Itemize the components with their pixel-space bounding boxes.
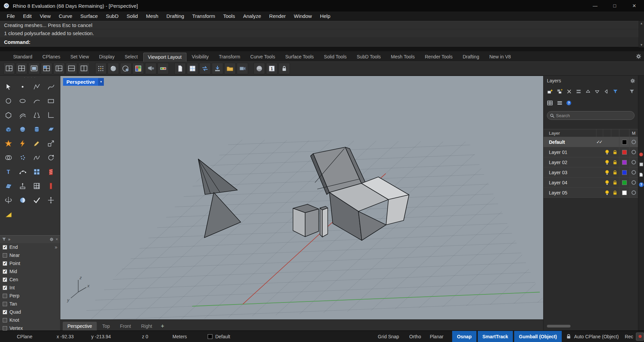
layer-lock-icon[interactable]: [613, 160, 617, 165]
single-viewport-icon[interactable]: [28, 63, 40, 74]
osnap-point-checkbox[interactable]: [3, 261, 7, 266]
filter-icon[interactable]: [2, 237, 6, 241]
tab-visibility[interactable]: Visibility: [187, 52, 213, 61]
polyline-icon[interactable]: [30, 80, 43, 93]
osnap-cen[interactable]: Cen: [0, 275, 60, 284]
layer-lock-icon[interactable]: [613, 150, 617, 155]
menu-analyze[interactable]: Analyze: [239, 11, 265, 21]
layer-visibility-bulb-icon[interactable]: [605, 160, 609, 165]
layer-table-header[interactable]: Layer M: [544, 129, 638, 137]
move-up-icon[interactable]: [585, 89, 591, 94]
arc-icon[interactable]: [30, 95, 43, 107]
chevron-down-icon[interactable]: ▼: [98, 78, 104, 86]
layer-row-01[interactable]: Layer 01: [544, 147, 638, 157]
viewport-tab-top[interactable]: Top: [97, 322, 115, 331]
current-layer-swatch[interactable]: [208, 334, 212, 339]
three-viewports-icon[interactable]: [53, 63, 65, 74]
menu-render[interactable]: Render: [265, 11, 290, 21]
rectangle-icon[interactable]: [44, 95, 58, 107]
osnap-panel-header[interactable]: » ×: [0, 236, 60, 243]
notes-panel-icon[interactable]: [639, 172, 644, 177]
hatch-icon[interactable]: [44, 165, 58, 178]
layer-material-icon[interactable]: [632, 160, 636, 164]
tab-surface-tools[interactable]: Surface Tools: [281, 52, 319, 61]
layer-visibility-bulb-icon[interactable]: [605, 170, 609, 175]
record-icon[interactable]: [636, 333, 644, 341]
material-column-header[interactable]: M: [629, 129, 638, 137]
osnap-toggle[interactable]: Osnap: [452, 331, 476, 342]
viewport-title-dropdown[interactable]: Perspective ▼: [63, 78, 104, 86]
analyze-icon[interactable]: [16, 194, 29, 207]
curve-icon[interactable]: [44, 80, 58, 93]
edit-points-icon[interactable]: [16, 165, 29, 178]
layer-filter-settings-icon[interactable]: [629, 89, 635, 94]
osnap-int-checkbox[interactable]: [3, 286, 7, 290]
lock-view-icon[interactable]: [279, 63, 290, 74]
small-box-object[interactable]: [293, 204, 328, 237]
cplane-button[interactable]: CPlane: [17, 334, 32, 339]
mesh-grid-icon[interactable]: [30, 180, 43, 192]
help-panel-icon[interactable]: ?: [639, 182, 644, 187]
osnap-tan-checkbox[interactable]: [3, 302, 7, 306]
layer-color-swatch[interactable]: [622, 150, 627, 155]
osnap-end[interactable]: End»: [0, 243, 60, 251]
tab-subd-tools[interactable]: SubD Tools: [352, 52, 385, 61]
one-layout-icon[interactable]: 1: [266, 63, 277, 74]
snapshot-grid-icon[interactable]: [95, 63, 107, 74]
layer-color-swatch[interactable]: [622, 170, 627, 175]
menu-edit[interactable]: Edit: [19, 11, 36, 21]
osnap-knot[interactable]: Knot: [0, 316, 60, 324]
sphere-icon[interactable]: [16, 123, 29, 136]
layer-visibility-bulb-icon[interactable]: [605, 150, 609, 155]
display-panel-icon[interactable]: [639, 152, 644, 157]
filter-icon[interactable]: [613, 89, 618, 94]
text-icon[interactable]: T: [2, 165, 15, 178]
tab-standard[interactable]: Standard: [8, 52, 37, 61]
open-folder-icon[interactable]: [224, 63, 236, 74]
osnap-int[interactable]: Int: [0, 284, 60, 292]
layer-row-05[interactable]: Layer 05: [544, 188, 638, 198]
layer-material-icon[interactable]: [632, 170, 636, 175]
tab-select[interactable]: Select: [120, 52, 143, 61]
osnap-tan[interactable]: Tan: [0, 300, 60, 308]
four-viewports-equal-icon[interactable]: [16, 63, 27, 74]
tab-mesh-tools[interactable]: Mesh Tools: [386, 52, 419, 61]
box-icon[interactable]: [2, 123, 15, 136]
layer-color-swatch[interactable]: [622, 160, 627, 165]
boolean-icon[interactable]: [2, 151, 15, 164]
revolve-icon[interactable]: [2, 194, 15, 207]
viewport-tab-front[interactable]: Front: [115, 322, 136, 331]
collapse-icon[interactable]: [604, 89, 609, 94]
layer-group-icon[interactable]: [576, 88, 582, 95]
layer-search-box[interactable]: [547, 111, 635, 120]
layer-material-icon[interactable]: [632, 140, 636, 144]
menu-drafting[interactable]: Drafting: [163, 11, 188, 21]
grid-snap-toggle[interactable]: Grid Snap: [378, 334, 399, 339]
mirror-icon[interactable]: [30, 109, 43, 122]
layer-material-icon[interactable]: [632, 150, 636, 154]
tab-cplanes[interactable]: CPlanes: [38, 52, 65, 61]
page-layout-icon[interactable]: [187, 63, 198, 74]
layer-lock-icon[interactable]: [613, 180, 617, 185]
smarttrack-toggle[interactable]: SmartTrack: [478, 331, 513, 342]
layer-visibility-bulb-icon[interactable]: [605, 190, 609, 195]
camera-view-icon[interactable]: [145, 63, 156, 74]
current-layer-button[interactable]: Default: [215, 334, 230, 339]
layer-lock-icon[interactable]: [613, 190, 617, 195]
gradient-icon[interactable]: [2, 208, 15, 221]
tab-viewport-layout[interactable]: Viewport Layout: [143, 53, 186, 61]
osnap-quad-checkbox[interactable]: [3, 310, 7, 314]
xray-view-icon[interactable]: [120, 63, 131, 74]
osnap-end-checkbox[interactable]: [3, 245, 7, 249]
menu-file[interactable]: File: [3, 11, 19, 21]
rotate-icon[interactable]: [44, 151, 58, 164]
planar-toggle[interactable]: Planar: [430, 334, 443, 339]
menu-mesh[interactable]: Mesh: [142, 11, 163, 21]
blend-curve-icon[interactable]: [30, 151, 43, 164]
new-sublayer-icon[interactable]: [557, 88, 563, 95]
layer-row-02[interactable]: Layer 02: [544, 157, 638, 167]
cylinder-icon[interactable]: [30, 123, 43, 136]
minimize-icon[interactable]: —: [585, 0, 605, 11]
tab-curve-tools[interactable]: Curve Tools: [245, 52, 280, 61]
layer-color-swatch[interactable]: [622, 140, 627, 144]
